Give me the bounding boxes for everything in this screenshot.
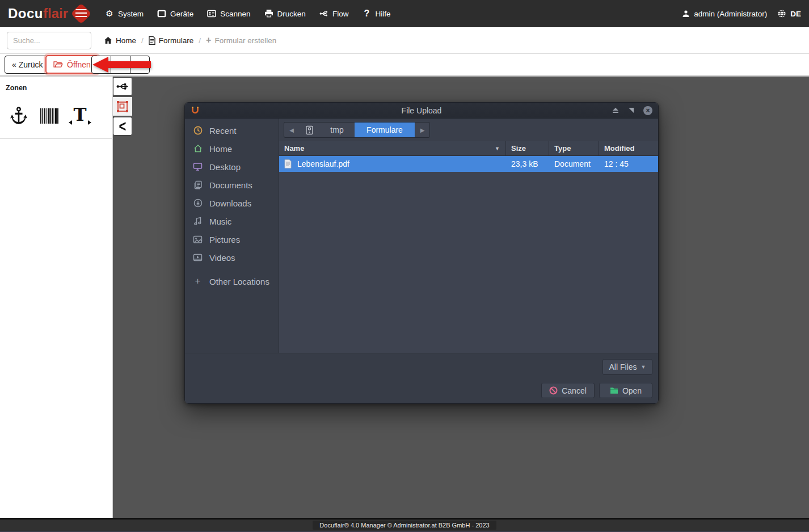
zone-select-icon (116, 100, 129, 113)
open-file-button[interactable]: Öffnen (45, 55, 99, 74)
text-zone-icon[interactable]: T (69, 106, 91, 126)
language-label: DE (790, 10, 801, 18)
printer-icon (264, 9, 273, 18)
breadcrumb-label: Formulare (159, 36, 194, 45)
window-controls: × (612, 106, 652, 115)
close-window-button[interactable]: × (643, 106, 652, 115)
documents-icon (193, 180, 203, 190)
zone-select-button[interactable] (113, 97, 132, 116)
user-icon (682, 10, 690, 18)
dialog-bottom-panel: All Files ▼ Cancel Open (185, 353, 658, 403)
column-header-name[interactable]: Name ▼ (279, 141, 506, 155)
sidebar-item-label: Documents (209, 180, 252, 190)
toolbar-group-button-3[interactable]: ↓ (130, 56, 149, 73)
downloads-icon (193, 199, 203, 208)
nav-item-label: Hilfe (375, 10, 390, 18)
nav-right: admin (Administrator) DE (682, 9, 801, 18)
devices-icon (157, 9, 166, 18)
nav-item-drucken[interactable]: Drucken (258, 5, 312, 23)
house-icon (193, 144, 203, 154)
drive-button[interactable] (299, 123, 319, 137)
dialog-sidebar: Recent Home Desktop Documents Downloads (185, 119, 279, 353)
column-header-type[interactable]: Type (549, 141, 599, 155)
search-input[interactable] (7, 32, 91, 49)
back-button-label: « Zurück (12, 60, 43, 69)
path-segment-formulare[interactable]: Formulare (355, 123, 415, 137)
globe-icon (777, 9, 786, 18)
chevron-left-icon: < (119, 119, 127, 134)
brand-logo[interactable]: Docuflair (8, 4, 91, 23)
dialog-titlebar[interactable]: File Upload × (185, 103, 658, 119)
sidebar-item-videos[interactable]: Videos (185, 248, 279, 267)
sidebar-item-desktop[interactable]: Desktop (185, 158, 279, 176)
breadcrumb-formular-erstellen: + Formular erstellen (206, 35, 276, 45)
eject-icon (612, 108, 619, 113)
file-type: Document (554, 159, 591, 168)
breadcrumb-bar: Home / Formulare / + Formular erstellen (0, 27, 809, 54)
nav-item-label: Scannen (220, 10, 250, 18)
open-button[interactable]: Open (599, 383, 652, 398)
main-canvas: Zonen T < File Upload (0, 77, 809, 518)
path-row: ◀ tmp Formulare ▶ (279, 119, 658, 141)
editor-toolbar: « Zurück Öffnen · ·· ↓ (0, 54, 809, 77)
nav-item-scannen[interactable]: Scannen (201, 5, 256, 23)
toolbar-group-button-1[interactable]: · (92, 56, 111, 73)
file-filter-dropdown[interactable]: All Files ▼ (602, 359, 652, 375)
clock-icon (193, 126, 203, 136)
nav-item-hilfe[interactable]: ? Hilfe (356, 5, 397, 23)
sidebar-item-home[interactable]: Home (185, 140, 279, 158)
path-back-button[interactable]: ◀ (284, 123, 299, 137)
barcode-zone-icon[interactable] (39, 108, 60, 124)
breadcrumb-formulare[interactable]: Formulare (149, 36, 194, 45)
restore-icon (629, 108, 634, 113)
sidebar-item-other-locations[interactable]: + Other Locations (185, 272, 279, 290)
toolbar-group-button-2[interactable]: ·· (111, 56, 130, 73)
restore-window-button[interactable] (629, 108, 634, 113)
column-header-size[interactable]: Size (506, 141, 549, 155)
path-forward-button[interactable]: ▶ (415, 123, 429, 137)
cancel-icon (549, 386, 558, 395)
usb-button[interactable] (113, 77, 132, 96)
sidebar-item-music[interactable]: Music (185, 212, 279, 230)
drive-icon (305, 125, 314, 135)
sidebar-item-pictures[interactable]: Pictures (185, 230, 279, 248)
music-icon (193, 217, 203, 226)
nav-item-system[interactable]: ⚙ System (99, 5, 150, 23)
path-bar: ◀ tmp Formulare ▶ (284, 122, 430, 138)
footer-text: Docuflair® 4.0 Manager © Administrator.a… (313, 521, 496, 530)
nav-item-label: Geräte (170, 10, 193, 18)
nav-item-label: System (118, 10, 144, 18)
breadcrumb-home[interactable]: Home (104, 36, 136, 45)
collapse-panel-button[interactable]: < (113, 117, 132, 136)
home-icon (104, 36, 112, 44)
back-button[interactable]: « Zurück (5, 56, 50, 74)
close-icon: × (643, 106, 652, 115)
sidebar-item-label: Desktop (209, 162, 241, 172)
user-label: admin (Administrator) (694, 10, 767, 18)
scan-card-icon (207, 9, 216, 18)
language-menu[interactable]: DE (777, 9, 801, 18)
sidebar-item-label: Videos (209, 253, 235, 263)
sidebar-item-label: Home (209, 144, 232, 154)
sidebar-item-recent[interactable]: Recent (185, 121, 279, 140)
user-menu[interactable]: admin (Administrator) (682, 10, 767, 18)
sidebar-item-documents[interactable]: Documents (185, 176, 279, 194)
usb-icon (116, 82, 129, 91)
nav-item-flow[interactable]: Flow (313, 5, 355, 23)
side-toolstrip: < (113, 77, 132, 137)
cancel-button[interactable]: Cancel (541, 383, 595, 398)
column-header-modified[interactable]: Modified (599, 141, 658, 155)
column-label: Size (511, 144, 526, 153)
path-segment-tmp[interactable]: tmp (319, 123, 355, 137)
toolbar-button-group: · ·· ↓ (91, 56, 150, 74)
sidebar-item-downloads[interactable]: Downloads (185, 194, 279, 212)
file-row-selected[interactable]: Lebenslauf.pdf 23,3 kB Document 12 : 45 (279, 156, 658, 172)
anchor-zone-icon[interactable] (8, 106, 30, 125)
help-icon: ? (362, 9, 371, 18)
file-list-empty-area[interactable] (279, 172, 658, 353)
column-label: Type (554, 144, 571, 153)
breadcrumb-separator: / (199, 36, 201, 45)
nav-item-geraete[interactable]: Geräte (151, 5, 200, 23)
shade-window-button[interactable] (612, 108, 619, 113)
breadcrumb-separator: / (141, 36, 144, 45)
